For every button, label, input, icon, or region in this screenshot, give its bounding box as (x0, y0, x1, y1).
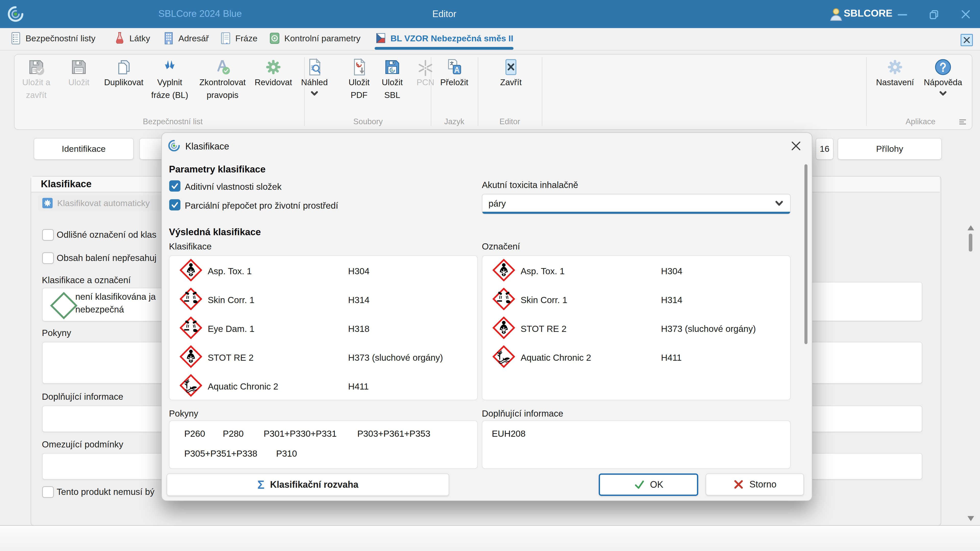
p-code: P305+P351+P338 (184, 448, 257, 459)
checkbox-tento-produkt[interactable] (42, 486, 54, 498)
h-code: H304 (661, 266, 682, 276)
not-classified-line2: nebezpečná (75, 304, 124, 314)
dialog-logo-icon (167, 139, 181, 152)
euh-code: EUH208 (492, 429, 525, 439)
ribbon-save-button[interactable]: Uložit (64, 58, 94, 89)
classify-automatically-button[interactable]: Klasifikovat automaticky (38, 195, 181, 211)
section-tab-label: 16 (820, 144, 829, 154)
control-parameters-icon (269, 31, 281, 45)
tab-label: Fráze (235, 33, 258, 43)
dialog-scrollbar-thumb[interactable] (804, 164, 808, 344)
classification-balance-label: Klasifikační rozvaha (270, 479, 358, 490)
ribbon-settings-button[interactable]: Nastavení (872, 58, 918, 89)
ribbon-help-button[interactable]: Nápověda (920, 58, 966, 97)
hazard-class: Skin Corr. 1 (520, 295, 567, 305)
ribbon-button-label: Uložit a (22, 76, 50, 89)
tab-adresar[interactable]: Adresář (162, 31, 209, 45)
ribbon-revise-button[interactable]: Revidovat (250, 58, 296, 89)
section-tab-16[interactable]: 16 (816, 138, 834, 160)
tab-kontrolni-parametry[interactable]: Kontrolní parametry (269, 31, 361, 45)
tab-bl-vzor-active[interactable]: BL VZOR Nebezpečná směs II (375, 31, 513, 45)
restore-button[interactable] (927, 7, 941, 21)
result-heading: Výsledná klasifikace (169, 227, 261, 238)
tab-latky[interactable]: Látky (114, 31, 150, 45)
p-code: P260 (184, 429, 205, 439)
p-code: P301+P330+P331 (264, 429, 337, 439)
h-code: H304 (348, 266, 369, 276)
ribbon-button-label: Zavřít (500, 76, 522, 89)
tab-bezpecnostni-listy[interactable]: Bezpečnostní listy (10, 31, 95, 45)
ribbon-duplicate-button[interactable]: Duplikovat (101, 58, 147, 89)
classification-list: Asp. Tox. 1 H304 Skin Corr. 1 H314 Eye D… (169, 256, 478, 400)
ribbon-button-label: Přeložit (440, 76, 468, 89)
account-name: SBLCORE (844, 8, 892, 19)
ribbon-spellcheck-button[interactable]: Zkontrolovat pravopis (193, 58, 252, 102)
tab-label: Bezpečnostní listy (25, 33, 95, 43)
storno-button[interactable]: Storno (706, 473, 804, 495)
classification-column-label: Klasifikace (169, 241, 212, 251)
ribbon-preview-button[interactable]: Náhled (297, 58, 332, 97)
minimize-button[interactable] (895, 7, 910, 21)
fill-phrases-icon (161, 58, 179, 76)
section-tab-label: Přílohy (876, 144, 903, 154)
save-sbl-icon (383, 58, 401, 76)
h-code: H373 (sluchové orgány) (661, 324, 756, 334)
ribbon-group-label: Bezpečnostní list (127, 117, 219, 126)
ribbon-save-sbl-button[interactable]: Uložit SBL (373, 58, 411, 102)
ribbon-fill-phrases-button[interactable]: Vyplnit fráze (BL) (144, 58, 195, 102)
ribbon-button-label: pravopis (207, 89, 239, 102)
checkbox-partial-label: Parciální přepočet pro životní prostředí (185, 200, 338, 211)
ribbon-translate-button[interactable]: Přeložit (435, 58, 473, 89)
ribbon-options-icon[interactable] (958, 118, 967, 125)
ribbon-save-pdf-button[interactable]: Uložit PDF (340, 58, 378, 102)
ribbon-button-label: zavřít (26, 89, 47, 102)
close-window-button[interactable] (959, 7, 973, 21)
checkbox-odlisne-label: Odlišné označení od klas (57, 230, 156, 240)
classification-balance-button[interactable]: Σ Klasifikační rozvaha (167, 473, 449, 496)
ribbon-button-label: fráze (BL) (151, 89, 188, 102)
duplicate-icon (115, 58, 133, 76)
chevron-down-icon (310, 91, 319, 97)
tab-fraze[interactable]: Fráze (220, 31, 258, 45)
ribbon-close-editor-button[interactable]: Zavřít (492, 58, 530, 89)
inhalation-dropdown[interactable]: páry (482, 194, 791, 214)
checkbox-odlisne-oznaceni[interactable] (42, 229, 54, 241)
address-book-icon (162, 31, 175, 45)
dialog-close-button[interactable] (790, 140, 802, 152)
restore-icon (928, 9, 940, 20)
auto-classify-gear-icon (42, 197, 53, 209)
not-classified-line1: není klasifikována ja (75, 292, 156, 302)
ribbon-button-label: Uložit (68, 76, 89, 89)
main-scrollbar-thumb[interactable] (969, 233, 972, 251)
window-footer (0, 525, 980, 551)
ok-check-icon (634, 479, 645, 490)
ribbon: Uložit a zavřít Uložit Duplikovat Vyplni… (14, 54, 972, 130)
auto-classify-label: Klasifikovat automaticky (57, 198, 150, 208)
save-and-close-icon (27, 58, 45, 76)
h-code: H314 (348, 295, 369, 305)
hazard-class: Asp. Tox. 1 (520, 266, 565, 276)
tab-label: Látky (129, 33, 150, 43)
window-mode-label: Editor (406, 9, 483, 19)
phrases-book-icon (220, 31, 232, 45)
ok-button[interactable]: OK (599, 473, 698, 496)
titlebar: SBLCore 2024 Blue Editor SBLCORE (0, 0, 980, 28)
section-tab-identifikace[interactable]: Identifikace (34, 138, 134, 160)
pokyny-panel: P260 P280 P301+P330+P331 P303+P361+P353 … (169, 421, 478, 469)
ribbon-button-label: Vyplnit (157, 76, 182, 89)
ghs08-health-hazard-icon (180, 259, 202, 283)
checkbox-partial[interactable] (169, 199, 180, 210)
omezujici-bg-label: Omezující podmínky (42, 439, 123, 449)
scroll-up-arrow[interactable] (966, 224, 975, 232)
safety-data-sheets-icon (10, 31, 22, 45)
checkbox-additive[interactable] (169, 180, 180, 192)
section-tab-prilohy[interactable]: Přílohy (838, 138, 942, 160)
scroll-down-arrow[interactable] (966, 515, 975, 522)
close-tab-button[interactable] (961, 34, 973, 46)
checkbox-obsah-baleni[interactable] (42, 252, 54, 264)
dropdown-accent-bar (482, 212, 790, 214)
active-tab-underline (375, 47, 514, 50)
sigma-icon: Σ (258, 478, 265, 492)
ribbon-save-and-close-button[interactable]: Uložit a zavřít (20, 58, 53, 102)
app-logo-icon (6, 5, 24, 23)
